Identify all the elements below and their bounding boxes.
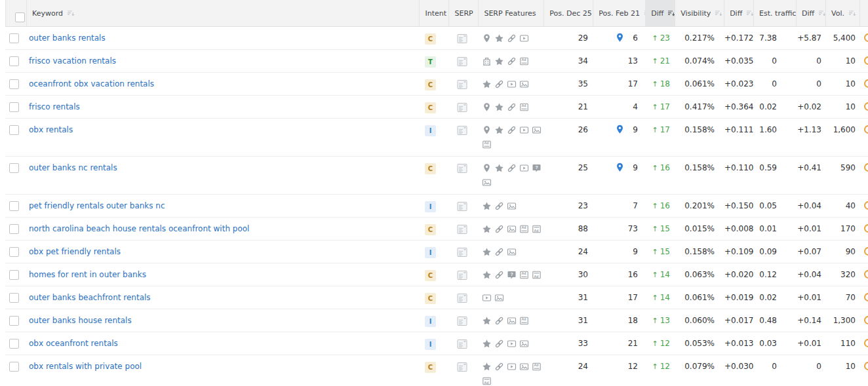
local-pack-icon — [482, 163, 492, 173]
serp-features-cell: AdAd — [479, 218, 544, 234]
keyword-link[interactable]: outer banks beachfront rentals — [29, 293, 151, 302]
row-checkbox[interactable] — [9, 79, 19, 89]
row-checkbox[interactable] — [9, 316, 19, 326]
row-checkbox-cell — [5, 50, 26, 66]
row-checkbox[interactable] — [9, 270, 19, 280]
column-header-features: SERP Features — [479, 0, 544, 26]
serp-features-cell: Ad — [479, 309, 544, 326]
serp-preview-icon[interactable] — [457, 339, 467, 349]
image-pack-icon — [519, 362, 529, 372]
column-header-visibility[interactable]: Visibility — [675, 0, 724, 26]
position-diff-cell: ↑14 — [646, 286, 675, 302]
reviews-star-icon — [482, 224, 492, 234]
table-row: pet friendly rentals outer banks ncI237↑… — [5, 195, 868, 218]
row-checkbox[interactable] — [9, 247, 19, 257]
serp-features-cell — [479, 332, 544, 349]
row-checkbox[interactable] — [9, 102, 19, 112]
visibility-cell: 0.063% — [675, 263, 724, 279]
serp-preview-icon[interactable] — [457, 293, 467, 303]
keyword-link[interactable]: obx rentals — [29, 125, 73, 134]
keyword-link[interactable]: outer banks rentals — [29, 33, 106, 43]
serp-preview-icon[interactable] — [457, 163, 467, 174]
keyword-link[interactable]: obx oceanfront rentals — [29, 339, 118, 348]
serp-preview-icon[interactable] — [457, 316, 467, 326]
video-icon — [519, 125, 529, 135]
serp-features-cell: Ad — [479, 50, 544, 66]
row-checkbox[interactable] — [9, 56, 19, 66]
keyword-link[interactable]: pet friendly rentals outer banks nc — [29, 201, 165, 210]
image-pack-icon — [482, 178, 492, 187]
position-diff-value: 16 — [660, 163, 670, 172]
keyword-link[interactable]: outer banks house rentals — [29, 316, 132, 325]
row-checkbox[interactable] — [9, 362, 19, 372]
ads-top-icon: Ad — [519, 102, 529, 112]
video-icon — [519, 33, 529, 43]
column-header-keyword[interactable]: Keyword — [27, 0, 420, 26]
column-header-cb[interactable] — [6, 0, 27, 26]
kd-cell — [860, 286, 868, 301]
row-checkbox[interactable] — [9, 224, 19, 234]
serp-preview-icon[interactable] — [457, 201, 467, 212]
keyword-cell: outer banks nc rentals — [26, 157, 420, 172]
column-header-diff3[interactable]: Diff — [797, 0, 826, 26]
serp-preview-icon[interactable] — [457, 224, 467, 235]
keyword-link[interactable]: outer banks nc rentals — [29, 163, 117, 172]
sitelinks-icon — [507, 56, 517, 66]
row-checkbox[interactable] — [9, 33, 19, 43]
volume-cell: 90 — [826, 241, 860, 256]
visibility-diff-cell: +0.020 — [724, 263, 754, 279]
intent-badge: C — [425, 293, 436, 304]
intent-cell: I — [420, 332, 449, 350]
column-header-pos_feb[interactable]: Pos. Feb 21 — [593, 0, 646, 26]
pos-feb21-cell: 9 — [593, 119, 646, 134]
video-icon — [507, 362, 517, 372]
serp-preview-icon[interactable] — [457, 33, 467, 44]
column-header-est_traffic[interactable]: Est. traffic — [754, 0, 797, 26]
traffic-diff-cell: +0.14 — [797, 309, 826, 325]
column-header-intent: Intent — [420, 0, 449, 26]
column-header-vol[interactable]: Vol. — [826, 0, 860, 26]
keyword-link[interactable]: homes for rent in outer banks — [29, 270, 146, 279]
keyword-link[interactable]: frisco rentals — [29, 102, 80, 111]
serp-preview-icon[interactable] — [457, 362, 467, 372]
up-arrow-icon: ↑ — [652, 164, 658, 172]
column-header-label: Diff — [802, 9, 814, 18]
kd-cell — [860, 263, 868, 279]
serp-preview-icon[interactable] — [457, 56, 467, 67]
column-header-pos_dec[interactable]: Pos. Dec 25 — [544, 0, 593, 26]
row-checkbox[interactable] — [9, 293, 19, 303]
table-row: homes for rent in outer banksC?AdAd3016↑… — [5, 263, 868, 286]
pos-dec25-cell: 23 — [544, 195, 593, 210]
table-row: outer banks house rentalsIAd3118↑130.060… — [5, 309, 868, 332]
row-checkbox[interactable] — [9, 339, 19, 349]
serp-preview-icon[interactable] — [457, 247, 467, 258]
keyword-link[interactable]: north carolina beach house rentals ocean… — [29, 224, 249, 233]
serp-preview-icon[interactable] — [457, 79, 467, 90]
serp-preview-icon[interactable] — [457, 125, 467, 136]
kd-ring-icon — [864, 224, 868, 233]
pos-feb21-cell: 18 — [593, 309, 646, 325]
keyword-link[interactable]: obx rentals with private pool — [29, 362, 142, 371]
keyword-link[interactable]: frisco vacation rentals — [29, 56, 116, 66]
svg-text:Ad: Ad — [521, 104, 526, 107]
intent-badge: I — [425, 201, 436, 212]
pos-feb21-cell: 9 — [593, 157, 646, 172]
serp-cell — [449, 119, 479, 138]
kd-ring-icon — [864, 339, 868, 347]
select-all-checkbox[interactable] — [15, 12, 25, 22]
row-checkbox[interactable] — [9, 163, 19, 173]
pos-dec25-cell: 30 — [544, 263, 593, 279]
column-header-diff1[interactable]: Diff — [646, 0, 675, 26]
row-checkbox[interactable] — [9, 125, 19, 135]
row-checkbox[interactable] — [9, 201, 19, 211]
visibility-diff-cell: +0.035 — [724, 50, 754, 66]
keyword-link[interactable]: oceanfront obx vacation rentals — [29, 79, 154, 88]
est-traffic-cell: 7.38 — [754, 27, 797, 43]
svg-text:Ad: Ad — [521, 271, 526, 275]
keyword-link[interactable]: obx pet friendly rentals — [29, 247, 121, 256]
visibility-cell: 0.158% — [675, 157, 724, 172]
serp-preview-icon[interactable] — [457, 102, 467, 113]
column-header-diff2[interactable]: Diff — [724, 0, 754, 26]
sort-icon — [667, 10, 675, 17]
serp-preview-icon[interactable] — [457, 270, 467, 280]
